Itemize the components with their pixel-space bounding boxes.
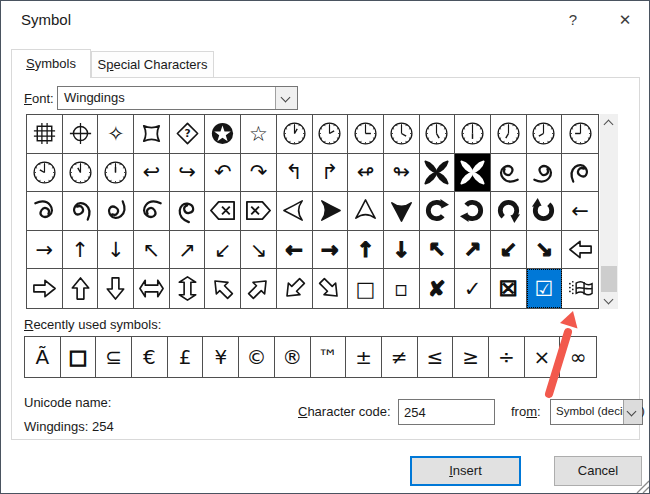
loop-arrow-right-icon[interactable]: ↬: [384, 154, 420, 193]
copyright-sign[interactable]: ©: [239, 337, 275, 377]
four-pointed-star-icon[interactable]: ✧: [98, 115, 134, 154]
division-sign[interactable]: ÷: [489, 337, 525, 377]
arc-arrow-right-icon[interactable]: [455, 192, 491, 231]
heavy-arrow-se-icon[interactable]: ↘: [527, 231, 563, 270]
pinwheel-inverse-icon[interactable]: [455, 154, 491, 193]
tab-symbols[interactable]: Symbols: [11, 49, 91, 78]
arc-arrow-left-icon[interactable]: [420, 192, 456, 231]
yen-sign[interactable]: ¥: [203, 337, 239, 377]
euro-sign[interactable]: €: [132, 337, 168, 377]
heavy-arrow-left-icon[interactable]: ←: [277, 231, 313, 270]
not-equal-sign[interactable]: ≠: [382, 337, 418, 377]
arrowhead-left-icon[interactable]: [277, 192, 313, 231]
white-arrow-left-icon[interactable]: [562, 231, 598, 270]
flourish-4-icon[interactable]: [27, 192, 63, 231]
character-code-input[interactable]: [398, 399, 495, 425]
clock-8-icon[interactable]: [527, 115, 563, 154]
clock-1-icon[interactable]: [277, 115, 313, 154]
registered-sign[interactable]: ®: [275, 337, 311, 377]
greater-than-or-equal-sign[interactable]: ≥: [453, 337, 489, 377]
thin-arrow-nw-icon[interactable]: ↖: [134, 231, 170, 270]
thin-arrow-right-icon[interactable]: →: [27, 231, 63, 270]
small-white-square-icon[interactable]: ▫: [384, 269, 420, 308]
less-than-or-equal-sign[interactable]: ≤: [418, 337, 454, 377]
white-arrow-nw-icon[interactable]: [205, 269, 241, 308]
thin-arrow-down-icon[interactable]: ↓: [98, 231, 134, 270]
font-select-dropdown-button[interactable]: [275, 87, 297, 109]
white-star-icon[interactable]: ☆: [241, 115, 277, 154]
thin-arrow-ne-icon[interactable]: ↗: [170, 231, 206, 270]
loop-arrow-left-icon[interactable]: ↫: [348, 154, 384, 193]
heavy-arrow-down-icon[interactable]: ↓: [384, 231, 420, 270]
thin-arrow-up-icon[interactable]: ↑: [63, 231, 99, 270]
insert-button[interactable]: Insert: [410, 456, 521, 486]
flourish-1-icon[interactable]: [491, 154, 527, 193]
white-arrow-left-right-icon[interactable]: [134, 269, 170, 308]
plus-minus-sign[interactable]: ±: [346, 337, 382, 377]
arc-arrow-down-icon[interactable]: [527, 192, 563, 231]
ribbon-arrow-up-left-icon[interactable]: ↶: [205, 154, 241, 193]
thin-arrow-se-icon[interactable]: ↘: [241, 231, 277, 270]
heavy-arrow-ne-icon[interactable]: ↗: [455, 231, 491, 270]
clock-7-icon[interactable]: [491, 115, 527, 154]
pinwheel-icon[interactable]: [420, 154, 456, 193]
windows-flag-icon[interactable]: [562, 269, 598, 308]
white-arrow-sw-icon[interactable]: [277, 269, 313, 308]
clock-6-icon[interactable]: [455, 115, 491, 154]
flourish-8-icon[interactable]: [170, 192, 206, 231]
flourish-7-icon[interactable]: [134, 192, 170, 231]
symbol-grid-scrollbar[interactable]: [600, 114, 618, 309]
font-select[interactable]: Wingdings: [57, 86, 298, 110]
clock-9-icon[interactable]: [562, 115, 598, 154]
clock-2-icon[interactable]: [313, 115, 349, 154]
circled-star-icon[interactable]: [205, 115, 241, 154]
bent-arrow-left-icon[interactable]: ↰: [277, 154, 313, 193]
arrowhead-right-icon[interactable]: [313, 192, 349, 231]
clock-5-icon[interactable]: [420, 115, 456, 154]
infinity-sign[interactable]: ∞: [560, 337, 596, 377]
trademark-sign[interactable]: ™: [311, 337, 347, 377]
check-mark-icon[interactable]: ✓: [455, 269, 491, 308]
crosshair-icon[interactable]: [63, 115, 99, 154]
close-icon[interactable]: ✕: [613, 9, 637, 31]
white-arrow-right-icon[interactable]: [27, 269, 63, 308]
help-button[interactable]: ?: [562, 9, 584, 31]
white-arrow-ne-icon[interactable]: [241, 269, 277, 308]
flourish-5-icon[interactable]: [63, 192, 99, 231]
diamond-question-icon[interactable]: ?: [170, 115, 206, 154]
white-arrow-down-icon[interactable]: [98, 269, 134, 308]
clock-3-icon[interactable]: [348, 115, 384, 154]
bent-arrow-right-icon[interactable]: ↱: [313, 154, 349, 193]
pound-sign[interactable]: £: [168, 337, 204, 377]
white-square-icon[interactable]: □: [348, 269, 384, 308]
flourish-6-icon[interactable]: [98, 192, 134, 231]
white-arrow-se-icon[interactable]: [313, 269, 349, 308]
flourish-2-icon[interactable]: [527, 154, 563, 193]
from-select-dropdown-button[interactable]: [623, 400, 642, 424]
thin-arrow-left-icon[interactable]: ←: [562, 192, 598, 231]
flourish-3-icon[interactable]: [562, 154, 598, 193]
heavy-arrow-right-icon[interactable]: →: [313, 231, 349, 270]
quilt-square-icon[interactable]: [27, 115, 63, 154]
clock-4-icon[interactable]: [384, 115, 420, 154]
scroll-down-button[interactable]: [600, 292, 618, 309]
heavy-arrow-nw-icon[interactable]: ↖: [420, 231, 456, 270]
multiplication-sign[interactable]: ×: [525, 337, 561, 377]
ballot-x-icon[interactable]: ✘: [420, 269, 456, 308]
cancel-button[interactable]: Cancel: [554, 456, 642, 486]
clock-11-icon[interactable]: [63, 154, 99, 193]
ribbon-arrow-down-left-icon[interactable]: ↩: [134, 154, 170, 193]
clock-10-icon[interactable]: [27, 154, 63, 193]
arrowhead-down-icon[interactable]: [384, 192, 420, 231]
ballot-box-check-icon[interactable]: ☑: [527, 269, 563, 308]
arrowhead-up-icon[interactable]: [348, 192, 384, 231]
bold-white-square[interactable]: □: [61, 337, 97, 377]
scrollbar-thumb[interactable]: [601, 266, 617, 292]
resize-grip[interactable]: [634, 478, 650, 494]
ballot-box-x-icon[interactable]: ☒: [491, 269, 527, 308]
heavy-arrow-sw-icon[interactable]: ↙: [491, 231, 527, 270]
white-arrow-up-down-icon[interactable]: [170, 269, 206, 308]
white-arrow-up-icon[interactable]: [63, 269, 99, 308]
delete-right-icon[interactable]: [241, 192, 277, 231]
ribbon-arrow-up-right-icon[interactable]: ↷: [241, 154, 277, 193]
